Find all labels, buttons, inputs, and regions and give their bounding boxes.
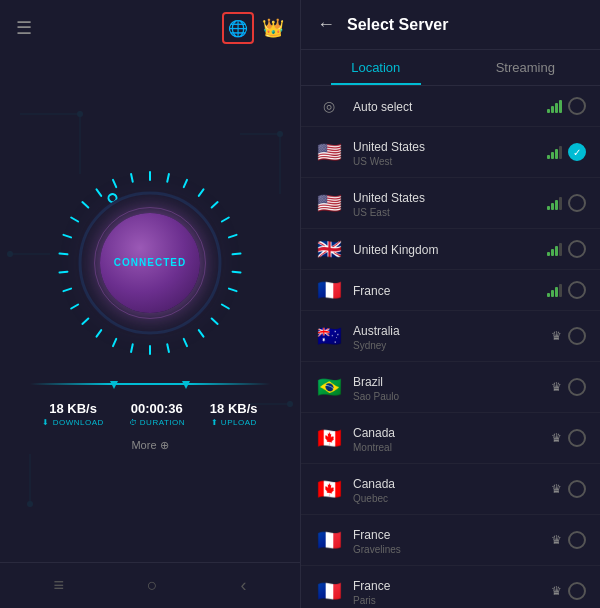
flag-emoji: 🇺🇸 xyxy=(315,142,343,162)
server-name: France xyxy=(353,284,390,298)
server-name: Australia xyxy=(353,324,400,338)
nav-home-icon[interactable]: ○ xyxy=(147,575,158,596)
vpn-main: CONNECTED 18 KB/s ⬇ DOWNLOAD 00:00:36 ⏱ … xyxy=(0,56,300,562)
server-item[interactable]: 🇺🇸United StatesUS East xyxy=(301,178,600,229)
svg-rect-25 xyxy=(182,337,188,347)
flag-emoji: 🇫🇷 xyxy=(315,280,343,300)
svg-rect-14 xyxy=(182,178,188,188)
server-item[interactable]: 🇫🇷France xyxy=(301,270,600,311)
signal-bar xyxy=(551,203,554,210)
premium-crown-icon: ♛ xyxy=(551,329,562,343)
flag-emoji: 🇦🇺 xyxy=(315,326,343,346)
tabs: Location Streaming xyxy=(301,50,600,86)
svg-rect-13 xyxy=(166,172,170,182)
tab-streaming[interactable]: Streaming xyxy=(451,50,601,85)
stats-row: 18 KB/s ⬇ DOWNLOAD 00:00:36 ⏱ DURATION 1… xyxy=(20,385,280,435)
svg-rect-15 xyxy=(197,187,204,196)
server-item[interactable]: 🇺🇸United StatesUS West xyxy=(301,127,600,178)
svg-rect-16 xyxy=(210,200,219,208)
signal-bar xyxy=(551,106,554,113)
server-name: Brazil xyxy=(353,375,383,389)
server-name: United States xyxy=(353,140,425,154)
globe-button[interactable]: 🌐 xyxy=(222,12,254,44)
svg-rect-36 xyxy=(62,233,72,238)
tab-location[interactable]: Location xyxy=(301,50,451,85)
svg-rect-35 xyxy=(58,252,68,255)
server-item[interactable]: 🇬🇧United Kingdom xyxy=(301,229,600,270)
server-radio-button[interactable] xyxy=(568,97,586,115)
signal-bar xyxy=(555,246,558,256)
server-sub: US West xyxy=(353,156,547,167)
svg-rect-12 xyxy=(149,171,151,181)
server-list: ◎Auto select🇺🇸United StatesUS West🇺🇸Unit… xyxy=(301,86,600,608)
duration-label: ⏱ DURATION xyxy=(129,418,185,427)
signal-bar xyxy=(555,287,558,297)
more-button[interactable]: More ⊕ xyxy=(127,435,172,456)
server-name: Canada xyxy=(353,477,395,491)
signal-bar xyxy=(551,249,554,256)
svg-rect-41 xyxy=(130,172,134,182)
server-name: United States xyxy=(353,191,425,205)
signal-bar xyxy=(547,155,550,159)
server-name: France xyxy=(353,579,390,593)
server-item[interactable]: ◎Auto select xyxy=(301,86,600,127)
upload-label: ⬆ UPLOAD xyxy=(211,418,257,427)
server-radio-button[interactable] xyxy=(568,480,586,498)
signal-bar xyxy=(555,200,558,210)
signal-bar xyxy=(559,243,562,256)
download-stat: 18 KB/s ⬇ DOWNLOAD xyxy=(42,401,103,427)
svg-rect-31 xyxy=(81,317,90,325)
svg-rect-21 xyxy=(228,287,238,292)
signal-bar xyxy=(547,109,550,113)
left-panel: ☰ 🌐 👑 xyxy=(0,0,300,608)
ring-container[interactable]: CONNECTED xyxy=(50,163,250,363)
server-sub: Sydney xyxy=(353,340,551,351)
signal-bars xyxy=(547,196,562,210)
premium-crown-icon: ♛ xyxy=(551,380,562,394)
server-item[interactable]: 🇦🇺AustraliaSydney♛ xyxy=(301,311,600,362)
connected-orb[interactable]: CONNECTED xyxy=(100,213,200,313)
server-radio-button[interactable] xyxy=(568,531,586,549)
server-item[interactable]: 🇨🇦CanadaMontreal♛ xyxy=(301,413,600,464)
signal-bar xyxy=(555,103,558,113)
crown-icon[interactable]: 👑 xyxy=(262,17,284,39)
server-radio-button[interactable] xyxy=(568,281,586,299)
server-item[interactable]: 🇫🇷FranceParis♛ xyxy=(301,566,600,608)
svg-rect-38 xyxy=(81,200,90,208)
svg-rect-19 xyxy=(231,252,241,255)
server-name: United Kingdom xyxy=(353,243,438,257)
globe-icon: 🌐 xyxy=(228,19,248,38)
connected-label: CONNECTED xyxy=(114,257,186,268)
server-radio-button[interactable] xyxy=(568,143,586,161)
server-name: France xyxy=(353,528,390,542)
server-sub: Quebec xyxy=(353,493,551,504)
nav-menu-icon[interactable]: ≡ xyxy=(53,575,64,596)
signal-bars xyxy=(547,99,562,113)
menu-icon[interactable]: ☰ xyxy=(16,17,32,39)
server-radio-button[interactable] xyxy=(568,240,586,258)
server-radio-button[interactable] xyxy=(568,429,586,447)
signal-bar xyxy=(555,149,558,159)
svg-rect-29 xyxy=(112,337,118,347)
server-item[interactable]: 🇫🇷FranceGravelines♛ xyxy=(301,515,600,566)
server-radio-button[interactable] xyxy=(568,327,586,345)
svg-rect-33 xyxy=(62,287,72,292)
svg-rect-26 xyxy=(166,343,170,353)
nav-back-icon[interactable]: ‹ xyxy=(241,575,247,596)
server-item[interactable]: 🇨🇦CanadaQuebec♛ xyxy=(301,464,600,515)
signal-bar xyxy=(559,197,562,210)
auto-select-icon: ◎ xyxy=(315,96,343,116)
right-panel: ← Select Server Location Streaming ◎Auto… xyxy=(300,0,600,608)
signal-bar xyxy=(559,284,562,297)
svg-rect-37 xyxy=(70,216,80,223)
server-radio-button[interactable] xyxy=(568,194,586,212)
back-button[interactable]: ← xyxy=(317,14,335,35)
premium-crown-icon: ♛ xyxy=(551,584,562,598)
flag-emoji: 🇨🇦 xyxy=(315,428,343,448)
signal-bars xyxy=(547,283,562,297)
svg-rect-39 xyxy=(95,187,102,196)
server-radio-button[interactable] xyxy=(568,378,586,396)
server-item[interactable]: 🇧🇷BrazilSao Paulo♛ xyxy=(301,362,600,413)
flag-emoji: 🇫🇷 xyxy=(315,530,343,550)
server-radio-button[interactable] xyxy=(568,582,586,600)
